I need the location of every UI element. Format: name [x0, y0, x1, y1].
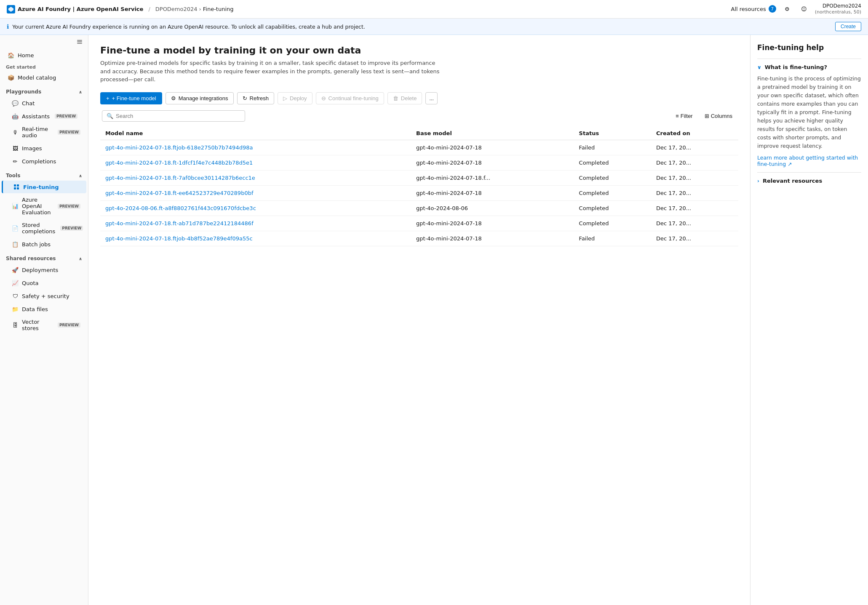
delete-button[interactable]: 🗑 Delete: [387, 92, 422, 104]
data-files-icon: 📁: [12, 306, 19, 312]
sidebar-item-vector-stores[interactable]: 🗄 Vector stores PREVIEW: [2, 316, 86, 334]
model-link-5[interactable]: gpt-4o-mini-2024-07-18.ft-ab71d787be2241…: [105, 220, 254, 227]
model-link-3[interactable]: gpt-4o-mini-2024-07-18.ft-ee642523729e47…: [105, 190, 254, 196]
sidebar-item-stored-completions[interactable]: 📄 Stored completions PREVIEW: [2, 219, 86, 237]
sidebar-item-home[interactable]: 🏠 Home: [2, 49, 86, 61]
help-section-finetuning: ∨ What is fine-tuning? Fine-tuning is th…: [757, 59, 861, 167]
help-title: Fine-tuning help: [757, 43, 861, 52]
tools-section-header[interactable]: Tools ∧: [0, 169, 88, 180]
cell-base-model: gpt-4o-mini-2024-07-18: [411, 231, 574, 246]
search-input[interactable]: [116, 113, 240, 119]
cell-status: Failed: [574, 231, 651, 246]
table-row: gpt-4o-mini-2024-07-18.ftjob-4b8f52ae789…: [100, 231, 738, 246]
eval-preview-badge: PREVIEW: [58, 204, 80, 209]
settings-icon[interactable]: ⚙: [781, 3, 793, 15]
help-icon[interactable]: 😊: [798, 3, 810, 15]
columns-button[interactable]: ⊞ Columns: [700, 111, 737, 121]
realtime-preview-badge: PREVIEW: [58, 130, 80, 135]
col-base-model: Base model: [411, 127, 574, 140]
topbar: Azure AI Foundry | Azure OpenAI Service …: [0, 0, 868, 19]
col-status: Status: [574, 127, 651, 140]
manage-integrations-button[interactable]: ⚙ Manage integrations: [166, 92, 234, 104]
table-row: gpt-4o-mini-2024-07-18.ft-1dfcf1f4e7c448…: [100, 155, 738, 170]
sidebar-item-model-catalog[interactable]: 📦 Model catalog: [2, 71, 86, 84]
cell-created-on: Dec 17, 20...: [651, 231, 738, 246]
deployments-icon: 🚀: [12, 267, 19, 273]
model-link-0[interactable]: gpt-4o-mini-2024-07-18.ftjob-618e2750b7b…: [105, 144, 253, 151]
right-panel: Fine-tuning help ∨ What is fine-tuning? …: [750, 35, 868, 605]
resources-badge: 7: [769, 5, 776, 13]
sidebar-item-assistants[interactable]: 🤖 Assistants PREVIEW: [2, 110, 86, 123]
cell-model-name: gpt-4o-2024-08-06.ft-a8f8802761f443c0916…: [100, 200, 411, 216]
safety-icon: 🛡: [12, 293, 19, 299]
model-link-2[interactable]: gpt-4o-mini-2024-07-18.ft-7af0bcee301142…: [105, 175, 255, 181]
collapse-chevron: ›: [757, 178, 759, 184]
playgrounds-chevron: ∧: [79, 90, 82, 94]
home-icon: 🏠: [8, 52, 14, 59]
deploy-button[interactable]: ▷ Deploy: [278, 92, 312, 104]
breadcrumb-current: Fine-tuning: [203, 6, 234, 12]
relevant-resources-section: › Relevant resources: [757, 172, 861, 184]
model-link-6[interactable]: gpt-4o-mini-2024-07-18.ftjob-4b8f52ae789…: [105, 235, 253, 242]
table-row: gpt-4o-mini-2024-07-18.ft-7af0bcee301142…: [100, 170, 738, 185]
cell-created-on: Dec 17, 20...: [651, 140, 738, 155]
cell-created-on: Dec 17, 20...: [651, 200, 738, 216]
cell-status: Completed: [574, 170, 651, 185]
sidebar-item-data-files[interactable]: 📁 Data files: [2, 303, 86, 315]
svg-rect-3: [77, 43, 82, 44]
sidebar-item-chat[interactable]: 💬 Chat: [2, 97, 86, 109]
cell-base-model: gpt-4o-mini-2024-07-18.f...: [411, 170, 574, 185]
sidebar-item-images[interactable]: 🖼 Images: [2, 142, 86, 155]
shared-resources-section-header[interactable]: Shared resources ∧: [0, 252, 88, 263]
what-is-finetuning-header[interactable]: ∨ What is fine-tuning?: [757, 64, 861, 70]
deploy-icon: ▷: [283, 95, 287, 101]
fine-tune-model-button[interactable]: + + Fine-tune model: [100, 92, 162, 104]
topbar-right: All resources 7 ⚙ 😊 DPODemo2024 (northce…: [731, 3, 861, 16]
breadcrumb-chevron: ›: [199, 6, 201, 12]
audio-icon: 🎙: [12, 129, 19, 136]
model-link-4[interactable]: gpt-4o-2024-08-06.ft-a8f8802761f443c0916…: [105, 205, 256, 211]
relevant-resources-header[interactable]: › Relevant resources: [757, 178, 861, 184]
playgrounds-section-header[interactable]: Playgrounds ∧: [0, 85, 88, 96]
columns-icon: ⊞: [705, 113, 709, 119]
sidebar-item-quota[interactable]: 📈 Quota: [2, 277, 86, 289]
create-button[interactable]: Create: [835, 22, 861, 31]
cell-model-name: gpt-4o-mini-2024-07-18.ft-ab71d787be2241…: [100, 216, 411, 231]
stored-icon: 📄: [12, 225, 19, 232]
table-row: gpt-4o-mini-2024-07-18.ftjob-618e2750b7b…: [100, 140, 738, 155]
sidebar-item-deployments[interactable]: 🚀 Deployments: [2, 264, 86, 276]
sidebar-item-batch-jobs[interactable]: 📋 Batch jobs: [2, 238, 86, 251]
all-resources[interactable]: All resources 7: [731, 5, 776, 13]
sidebar-item-azure-eval[interactable]: 📊 Azure OpenAI Evaluation PREVIEW: [2, 194, 86, 219]
sidebar-toggle[interactable]: [0, 35, 88, 48]
chat-icon: 💬: [12, 100, 19, 107]
more-button[interactable]: ...: [425, 92, 438, 104]
stored-preview-badge: PREVIEW: [60, 226, 83, 231]
cell-status: Failed: [574, 140, 651, 155]
cell-base-model: gpt-4o-mini-2024-07-18: [411, 185, 574, 200]
filter-button[interactable]: ≡ Filter: [671, 111, 697, 121]
svg-marker-0: [8, 7, 13, 12]
breadcrumb-workspace[interactable]: DPODemo2024: [155, 6, 198, 12]
sidebar-item-safety-security[interactable]: 🛡 Safety + security: [2, 290, 86, 302]
sidebar-item-realtime-audio[interactable]: 🎙 Real-time audio PREVIEW: [2, 123, 86, 141]
col-model-name: Model name: [100, 127, 411, 140]
banner-message: Your current Azure AI Foundry experience…: [12, 24, 365, 30]
refresh-button[interactable]: ↻ Refresh: [237, 92, 275, 104]
expand-chevron: ∨: [757, 64, 761, 70]
sidebar-item-fine-tuning[interactable]: Fine-tuning: [2, 181, 86, 193]
svg-rect-1: [77, 40, 82, 41]
table-row: gpt-4o-mini-2024-07-18.ft-ab71d787be2241…: [100, 216, 738, 231]
learn-more-link[interactable]: Learn more about getting started with fi…: [757, 155, 858, 167]
continual-fine-tuning-button[interactable]: ⊖ Continual fine-tuning: [316, 92, 384, 104]
assistants-icon: 🤖: [12, 113, 19, 120]
cell-model-name: gpt-4o-mini-2024-07-18.ft-ee642523729e47…: [100, 185, 411, 200]
cell-model-name: gpt-4o-mini-2024-07-18.ftjob-4b8f52ae789…: [100, 231, 411, 246]
quota-icon: 📈: [12, 280, 19, 286]
page-description: Optimize pre-trained models for specific…: [100, 59, 446, 84]
breadcrumb-sep1: /: [148, 6, 150, 12]
logo-icon: [7, 5, 15, 13]
catalog-icon: 📦: [8, 74, 14, 81]
sidebar-item-completions[interactable]: ✏ Completions: [2, 155, 86, 168]
model-link-1[interactable]: gpt-4o-mini-2024-07-18.ft-1dfcf1f4e7c448…: [105, 160, 253, 166]
